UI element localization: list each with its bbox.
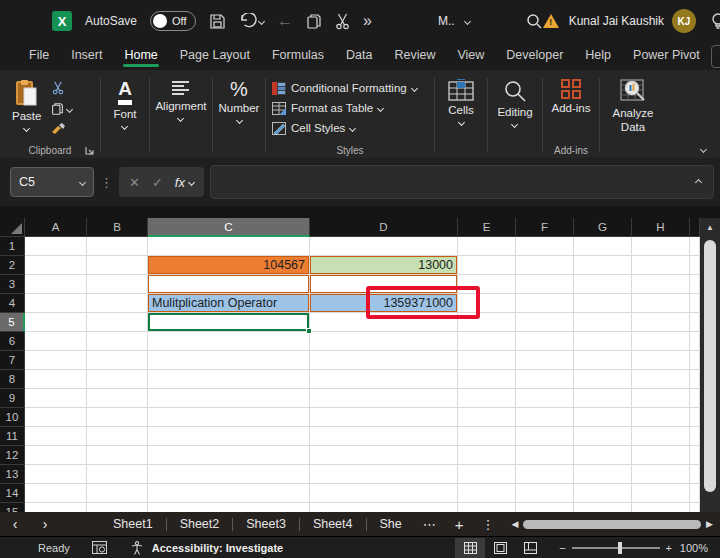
- format-painter-button[interactable]: [51, 123, 72, 136]
- cell-G6[interactable]: [574, 332, 632, 351]
- cell-H10[interactable]: [632, 408, 690, 427]
- cell-A1[interactable]: [25, 237, 87, 256]
- cell-B2[interactable]: [87, 256, 148, 275]
- copy-button[interactable]: [306, 13, 322, 30]
- cell-C6[interactable]: [148, 332, 310, 351]
- cell-C3[interactable]: [148, 275, 310, 294]
- column-header-C[interactable]: C: [148, 218, 310, 237]
- cell-D13[interactable]: [310, 465, 458, 484]
- cell-H8[interactable]: [632, 370, 690, 389]
- cell-F10[interactable]: [516, 408, 574, 427]
- cell-B9[interactable]: [87, 389, 148, 408]
- sheet-tab-sheet1[interactable]: Sheet1: [100, 514, 166, 534]
- zoom-thumb[interactable]: [618, 542, 622, 554]
- page-layout-view-button[interactable]: [485, 538, 515, 558]
- tab-page-layout[interactable]: Page Layout: [169, 43, 261, 69]
- cell-G14[interactable]: [574, 484, 632, 503]
- cells-button[interactable]: Cells: [448, 72, 474, 125]
- search-icon[interactable]: [526, 13, 543, 30]
- cell-D15[interactable]: [310, 503, 458, 512]
- row-header-2[interactable]: 2: [0, 256, 25, 275]
- cell-G10[interactable]: [574, 408, 632, 427]
- cell-F4[interactable]: [516, 294, 574, 313]
- tab-help[interactable]: Help: [574, 43, 622, 69]
- cell-E11[interactable]: [458, 427, 516, 446]
- row-header-10[interactable]: 10: [0, 408, 25, 427]
- cell-D1[interactable]: [310, 237, 458, 256]
- cell-C2[interactable]: 104567: [148, 256, 310, 275]
- cell-B14[interactable]: [87, 484, 148, 503]
- column-header-F[interactable]: F: [516, 218, 574, 237]
- cell-E4[interactable]: [458, 294, 516, 313]
- zoom-out-icon[interactable]: −: [559, 542, 565, 554]
- clipboard-dialog-launcher-icon[interactable]: [85, 146, 94, 155]
- cell-F2[interactable]: [516, 256, 574, 275]
- cell-H7[interactable]: [632, 351, 690, 370]
- cell-B5[interactable]: [87, 313, 148, 332]
- cell-F14[interactable]: [516, 484, 574, 503]
- row-header-11[interactable]: 11: [0, 427, 25, 446]
- cell-A13[interactable]: [25, 465, 87, 484]
- cell-H14[interactable]: [632, 484, 690, 503]
- row-header-12[interactable]: 12: [0, 446, 25, 465]
- cell-F15[interactable]: [516, 503, 574, 512]
- column-header-A[interactable]: A: [25, 218, 87, 237]
- cell-C7[interactable]: [148, 351, 310, 370]
- cell-F3[interactable]: [516, 275, 574, 294]
- cell-B12[interactable]: [87, 446, 148, 465]
- cell-G5[interactable]: [574, 313, 632, 332]
- analyze-data-button[interactable]: Analyze Data: [600, 72, 666, 135]
- macro-record-icon[interactable]: [92, 541, 107, 554]
- cell-C10[interactable]: [148, 408, 310, 427]
- cell-H4[interactable]: [632, 294, 690, 313]
- toolbar-overflow-icon[interactable]: »: [363, 13, 372, 29]
- more-sheets-icon[interactable]: ⋯: [415, 517, 445, 532]
- cell-H12[interactable]: [632, 446, 690, 465]
- add-sheet-button[interactable]: +: [445, 516, 474, 533]
- cell-F12[interactable]: [516, 446, 574, 465]
- cell-F5[interactable]: [516, 313, 574, 332]
- cell-F7[interactable]: [516, 351, 574, 370]
- conditional-formatting-button[interactable]: Conditional Formatting: [272, 78, 417, 98]
- paste-button[interactable]: Paste: [12, 72, 41, 136]
- cell-H9[interactable]: [632, 389, 690, 408]
- cell-styles-button[interactable]: Cell Styles: [272, 118, 355, 138]
- tab-insert[interactable]: Insert: [60, 43, 113, 69]
- sheet-tab-she[interactable]: She: [367, 514, 415, 534]
- scroll-right-icon[interactable]: ▶: [703, 519, 716, 529]
- tab-power-pivot[interactable]: Power Pivot: [622, 43, 711, 69]
- editing-button[interactable]: Editing: [497, 72, 532, 127]
- user-name[interactable]: Kunal Jai Kaushik: [569, 14, 664, 28]
- formula-expand-chevron-icon[interactable]: [695, 178, 702, 185]
- cell-H6[interactable]: [632, 332, 690, 351]
- copy-dropdown-icon[interactable]: [66, 105, 73, 112]
- cell-A3[interactable]: [25, 275, 87, 294]
- tab-file[interactable]: File: [18, 43, 60, 69]
- font-dropdown-icon[interactable]: [121, 123, 128, 130]
- tab-data[interactable]: Data: [335, 43, 383, 69]
- editing-dropdown-icon[interactable]: [511, 121, 518, 128]
- row-header-6[interactable]: 6: [0, 332, 25, 351]
- cell-E2[interactable]: [458, 256, 516, 275]
- sheet-tab-sheet3[interactable]: Sheet3: [233, 514, 299, 534]
- row-header-8[interactable]: 8: [0, 370, 25, 389]
- cell-B7[interactable]: [87, 351, 148, 370]
- cell-D8[interactable]: [310, 370, 458, 389]
- cell-F13[interactable]: [516, 465, 574, 484]
- cell-B6[interactable]: [87, 332, 148, 351]
- sheet-tab-sheet2[interactable]: Sheet2: [167, 514, 233, 534]
- cancel-icon[interactable]: ✕: [129, 175, 140, 190]
- row-header-9[interactable]: 9: [0, 389, 25, 408]
- row-header-5[interactable]: 5: [0, 313, 25, 332]
- zoom-track[interactable]: [572, 547, 660, 549]
- accessibility-icon[interactable]: [129, 541, 144, 555]
- undo-dropdown-icon[interactable]: [258, 17, 265, 24]
- cell-G9[interactable]: [574, 389, 632, 408]
- addins-button[interactable]: Add-ins: [552, 72, 591, 114]
- cell-H2[interactable]: [632, 256, 690, 275]
- cell-F6[interactable]: [516, 332, 574, 351]
- cell-F8[interactable]: [516, 370, 574, 389]
- tab-formulas[interactable]: Formulas: [261, 43, 335, 69]
- name-box[interactable]: C5: [10, 167, 94, 197]
- zoom-slider[interactable]: − +: [559, 542, 672, 554]
